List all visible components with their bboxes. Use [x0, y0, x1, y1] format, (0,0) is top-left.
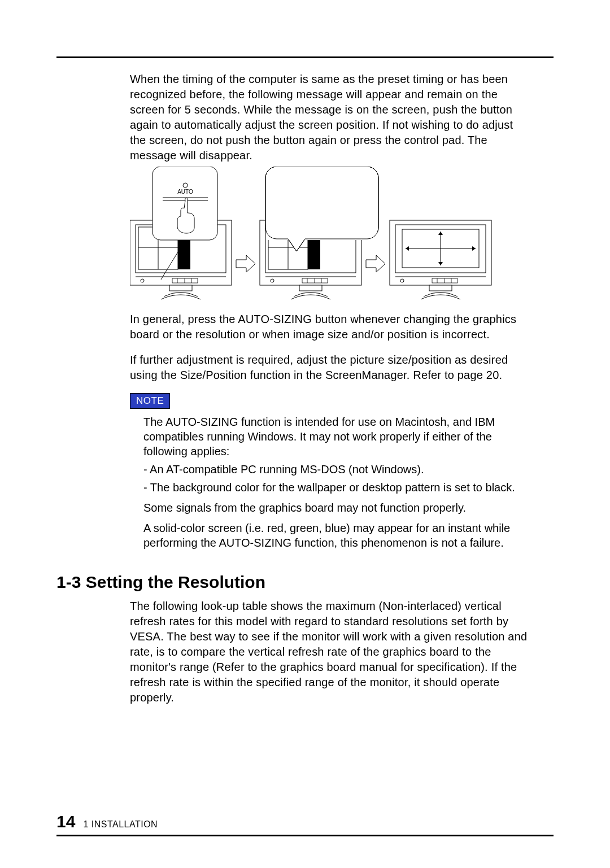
rule-bottom	[56, 835, 554, 836]
svg-marker-18	[236, 255, 255, 272]
auto-label: AUTO	[177, 189, 193, 195]
note-bullet-2: - The background color for the wallpaper…	[143, 480, 531, 495]
figure-auto-sizing: AUTO	[130, 167, 531, 305]
note-badge: NOTE	[130, 393, 170, 409]
note-solid-color: A solid-color screen (i.e. red, green, b…	[143, 521, 531, 550]
arrow-right-icon	[366, 255, 385, 272]
note-signals: Some signals from the graphics board may…	[143, 500, 531, 515]
svg-marker-38	[366, 255, 385, 272]
content-block-2: The following look-up table shows the ma…	[130, 599, 531, 705]
footer-chapter: 1 INSTALLATION	[83, 819, 158, 830]
note-bullet-1: - An AT-compatible PC running MS-DOS (no…	[143, 462, 531, 477]
svg-rect-12	[169, 285, 192, 291]
paragraph-auto-sizing-general: In general, press the AUTO-SIZING button…	[130, 312, 531, 342]
section-heading: 1-3 Setting the Resolution	[56, 573, 554, 592]
note-intro: The AUTO-SIZING function is intended for…	[143, 415, 531, 459]
paragraph-auto-sizing-intro: When the timing of the computer is same …	[130, 72, 531, 163]
svg-rect-31	[299, 285, 322, 291]
paragraph-further-adjustment: If further adjustment is required, adjus…	[130, 352, 531, 383]
page-number: 14	[56, 812, 75, 831]
arrow-right-icon	[236, 255, 255, 272]
content-block-1: When the timing of the computer is same …	[130, 72, 531, 550]
auto-sizing-diagram: AUTO	[130, 167, 503, 305]
note-block: NOTE The AUTO-SIZING function is intende…	[130, 393, 531, 550]
rule-top	[56, 56, 554, 58]
page-footer: 14 1 INSTALLATION	[56, 812, 554, 836]
paragraph-resolution: The following look-up table shows the ma…	[130, 599, 531, 705]
svg-rect-32	[265, 167, 378, 239]
document-page: When the timing of the computer is same …	[0, 0, 610, 868]
svg-rect-54	[429, 285, 452, 291]
